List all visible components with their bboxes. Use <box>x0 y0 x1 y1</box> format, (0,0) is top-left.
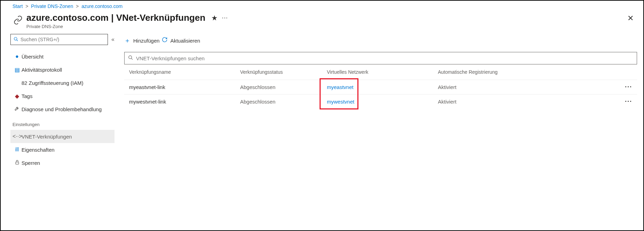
tag-icon: ◆ <box>12 93 22 99</box>
svg-point-0 <box>14 37 17 40</box>
close-button[interactable]: ✕ <box>625 12 636 24</box>
col-header-name[interactable]: Verknüpfungsname <box>129 69 240 75</box>
sidebar-item-activity-log[interactable]: ▤ Aktivitätsprotokoll <box>10 63 115 76</box>
filter-input[interactable] <box>136 55 633 61</box>
vnet-link[interactable]: mywestvnet <box>327 99 354 105</box>
refresh-button[interactable]: Aktualisieren <box>162 37 200 44</box>
vnet-link[interactable]: myeastvnet <box>327 84 354 90</box>
resource-type-label: Private DNS-Zone <box>26 24 228 29</box>
vnet-icon: <··> <box>12 133 22 140</box>
table-header: Verknüpfungsname Verknüpfungsstatus Virt… <box>124 64 637 80</box>
row-more-button[interactable]: ··· <box>625 83 632 91</box>
table-row[interactable]: mywestvnet-link Abgeschlossen mywestvnet… <box>124 94 637 109</box>
add-label: Hinzufügen <box>133 38 160 44</box>
wrench-icon <box>12 106 22 113</box>
page-header: azure.contoso.com | VNet-Verknüpfungen ★… <box>1 11 643 34</box>
page-title: azure.contoso.com | VNet-Verknüpfungen <box>26 12 205 23</box>
breadcrumb-domain[interactable]: azure.contoso.com <box>82 3 122 9</box>
link-name: myeastvnet-link <box>129 84 240 90</box>
sidebar-item-vnet-links[interactable]: <··> VNET-Verknüpfungen <box>10 130 115 143</box>
sidebar-item-label: VNET-Verknüpfungen <box>22 134 72 140</box>
auto-reg: Aktiviert <box>438 99 625 105</box>
breadcrumb-start[interactable]: Start <box>12 3 23 9</box>
svg-line-1 <box>17 39 18 41</box>
filter-box[interactable] <box>124 52 637 64</box>
globe-icon: ● <box>12 53 22 60</box>
search-icon <box>128 55 133 61</box>
sidebar-search[interactable] <box>10 34 108 45</box>
col-header-auto[interactable]: Automatische Registrierung <box>438 69 622 75</box>
link-name: mywestvnet-link <box>129 99 240 105</box>
properties-icon: ill <box>12 146 22 153</box>
auto-reg: Aktiviert <box>438 84 625 90</box>
command-bar: ＋ Hinzufügen Aktualisieren <box>124 34 637 47</box>
log-icon: ▤ <box>12 66 22 73</box>
sidebar-item-label: Übersicht <box>22 54 43 60</box>
search-icon <box>14 37 18 43</box>
favorite-icon[interactable]: ★ <box>212 14 217 22</box>
table-row[interactable]: myeastvnet-link Abgeschlossen myeastvnet… <box>124 80 637 94</box>
svg-rect-2 <box>16 162 19 164</box>
row-more-button[interactable]: ··· <box>625 98 632 105</box>
sidebar-item-iam[interactable]: 82 Zugriffssteuerung (IAM) <box>10 76 115 89</box>
breadcrumb-sep: > <box>25 3 28 9</box>
link-status: Abgeschlossen <box>240 99 327 105</box>
svg-point-3 <box>129 56 132 59</box>
main-content: ＋ Hinzufügen Aktualisieren Verknüpfungsn… <box>119 34 643 169</box>
sidebar-item-overview[interactable]: ● Übersicht <box>10 50 115 63</box>
sidebar-section-settings: Einstellungen <box>10 116 115 130</box>
refresh-label: Aktualisieren <box>170 38 200 44</box>
more-icon[interactable]: ··· <box>222 15 228 21</box>
breadcrumb-sep: > <box>76 3 79 9</box>
sidebar-item-diagnose[interactable]: Diagnose und Problembehandlung <box>10 103 115 116</box>
sidebar-item-label: 82 Zugriffssteuerung (IAM) <box>22 80 83 86</box>
plus-icon: ＋ <box>124 36 130 45</box>
svg-line-4 <box>131 58 133 60</box>
link-status: Abgeschlossen <box>240 84 327 90</box>
sidebar-item-label: Aktivitätsprotokoll <box>22 67 62 73</box>
sidebar: « ● Übersicht ▤ Aktivitätsprotokoll 82 Z… <box>1 34 119 169</box>
breadcrumb-zones[interactable]: Private DNS-Zonen <box>31 3 73 9</box>
col-header-vnet[interactable]: Virtuelles Netzwerk <box>327 69 438 75</box>
col-header-status[interactable]: Verknüpfungsstatus <box>240 69 327 75</box>
collapse-sidebar-button[interactable]: « <box>111 36 115 43</box>
sidebar-item-label: Diagnose und Problembehandlung <box>22 106 102 112</box>
add-button[interactable]: ＋ Hinzufügen <box>124 36 160 45</box>
sidebar-item-label: Sperren <box>22 160 40 166</box>
sidebar-item-tags[interactable]: ◆ Tags <box>10 89 115 103</box>
sidebar-item-label: Tags <box>22 93 33 99</box>
sidebar-item-properties[interactable]: ill Eigenschaften <box>10 143 115 156</box>
sidebar-item-label: Eigenschaften <box>22 147 54 153</box>
sidebar-item-locks[interactable]: Sperren <box>10 156 115 169</box>
sidebar-search-input[interactable] <box>20 37 105 42</box>
refresh-icon <box>162 37 168 44</box>
lock-icon <box>12 160 22 166</box>
breadcrumb: Start > Private DNS-Zonen > azure.contos… <box>1 1 643 11</box>
link-icon <box>12 15 24 26</box>
